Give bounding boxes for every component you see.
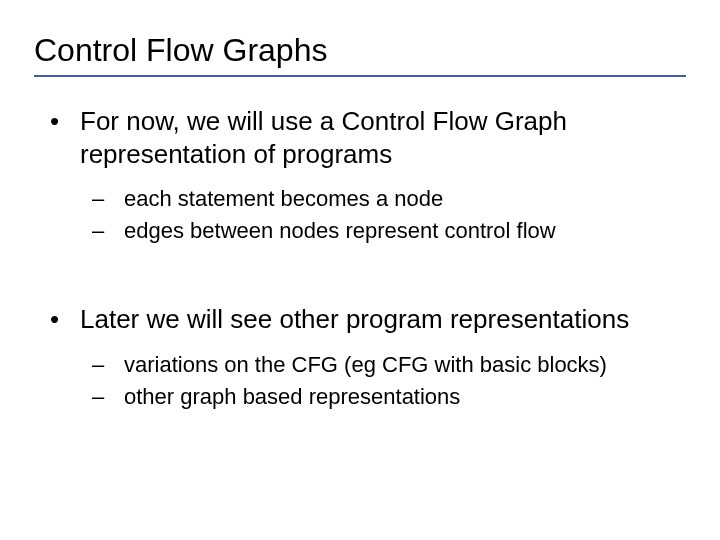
sub-bullet-item: edges between nodes represent control fl…	[34, 216, 686, 246]
bullet-item: Later we will see other program represen…	[34, 303, 686, 336]
sub-bullet-item: variations on the CFG (eg CFG with basic…	[34, 350, 686, 380]
sub-bullet-item: other graph based representations	[34, 382, 686, 412]
title-rule	[34, 75, 686, 77]
sub-bullet-item: each statement becomes a node	[34, 184, 686, 214]
slide: Control Flow Graphs For now, we will use…	[0, 0, 720, 540]
bullet-item: For now, we will use a Control Flow Grap…	[34, 105, 686, 170]
slide-title: Control Flow Graphs	[34, 32, 686, 69]
